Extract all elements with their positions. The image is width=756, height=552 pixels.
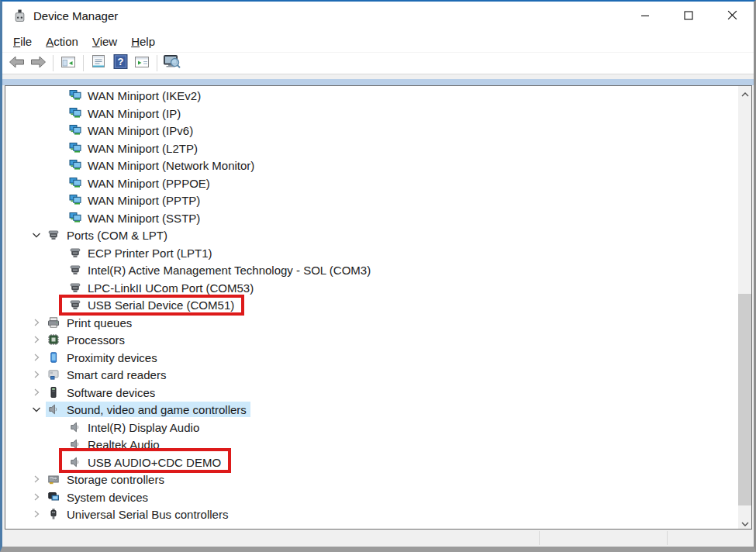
tree-item-proximity-devices[interactable]: Proximity devices (5, 349, 738, 367)
properties-icon (91, 54, 106, 72)
tree-item-wan-miniport-l2tp[interactable]: WAN Miniport (L2TP) (5, 140, 738, 157)
forward-icon (30, 55, 47, 72)
close-button[interactable] (710, 2, 754, 30)
serial-port-icon (69, 247, 81, 259)
chevron-collapsed-icon[interactable] (30, 333, 43, 346)
menu-help[interactable]: Help (124, 35, 162, 48)
proximity-device-icon (47, 351, 60, 364)
back-button[interactable] (5, 53, 27, 73)
speaker-icon (47, 403, 60, 416)
status-bar-divider (539, 531, 540, 545)
chevron-collapsed-icon[interactable] (30, 508, 43, 520)
tree-item-usb-serial-device-com51[interactable]: USB Serial Device (COM51) (5, 296, 738, 314)
scroll-up-icon (741, 86, 749, 100)
tree-item-sound-video-and-game-controllers[interactable]: Sound, video and game controllers (5, 401, 738, 419)
chevron-collapsed-icon[interactable] (30, 316, 43, 329)
tree-item-label: Processors (64, 333, 127, 347)
frame-band-blue (2, 79, 754, 85)
scrollbar-thumb[interactable] (738, 294, 751, 505)
tree-item-wan-miniport-sstp[interactable]: WAN Miniport (SSTP) (5, 209, 738, 227)
help-button[interactable]: ? (109, 53, 131, 73)
tree-item-label: WAN Miniport (IP) (85, 106, 183, 119)
maximize-button[interactable] (667, 2, 710, 30)
tree-item-wan-miniport-pptp[interactable]: WAN Miniport (PPTP) (5, 191, 738, 209)
tree-item-label: WAN Miniport (IKEv2) (85, 89, 203, 102)
tree-item-intel-r-active-management-technology-sol-com3[interactable]: Intel(R) Active Management Technology - … (5, 261, 738, 279)
tree-item-label: Storage controllers (64, 473, 167, 486)
minimize-icon (640, 9, 650, 23)
tree-item-intel-r-display-audio[interactable]: Intel(R) Display Audio (5, 419, 738, 436)
chevron-collapsed-icon[interactable] (30, 368, 43, 381)
network-adapter-icon (69, 194, 81, 206)
tree-item-realtek-audio[interactable]: Realtek Audio (5, 436, 738, 454)
status-bar (2, 530, 754, 547)
tree-item-print-queues[interactable]: Print queues (5, 314, 738, 332)
toolbar-separator (157, 55, 157, 71)
tree-item-wan-miniport-network-monitor[interactable]: WAN Miniport (Network Monitor) (5, 157, 738, 174)
chevron-collapsed-icon[interactable] (30, 351, 43, 364)
printer-icon (47, 316, 60, 329)
speaker-icon (69, 421, 81, 433)
tree-item-system-devices[interactable]: System devices (5, 488, 738, 506)
tree-item-wan-miniport-pppoe[interactable]: WAN Miniport (PPPOE) (5, 174, 738, 192)
tree-item-ecp-printer-port-lpt1[interactable]: ECP Printer Port (LPT1) (5, 244, 738, 262)
tree-item-label: WAN Miniport (Network Monitor) (85, 159, 257, 172)
tree-item-universal-serial-bus-controllers[interactable]: Universal Serial Bus controllers (5, 505, 738, 523)
tree-item-label: Smart card readers (64, 368, 168, 381)
serial-port-icon (47, 229, 60, 241)
tree-item-storage-controllers[interactable]: Storage controllers (5, 471, 738, 488)
device-tree-panel: WAN Miniport (IKEv2)WAN Miniport (IP)WAN… (5, 85, 752, 530)
tree-item-label: WAN Miniport (L2TP) (85, 141, 200, 154)
tree-item-label: WAN Miniport (SSTP) (85, 211, 202, 224)
minimize-button[interactable] (623, 2, 667, 30)
serial-port-icon (69, 298, 81, 311)
title-bar: Device Manager (2, 2, 754, 30)
vertical-scrollbar[interactable] (738, 86, 751, 529)
menu-view[interactable]: View (85, 35, 124, 48)
tree-item-lpc-linkii-ucom-port-com53[interactable]: LPC-LinkII UCom Port (COM53) (5, 279, 738, 297)
hide-console-tree-button[interactable] (57, 53, 79, 73)
action-pane-button[interactable] (131, 53, 153, 73)
scan-hardware-icon (163, 54, 181, 72)
menu-file[interactable]: File (6, 35, 39, 48)
back-icon (9, 55, 25, 72)
chevron-collapsed-icon[interactable] (30, 491, 43, 503)
chevron-expanded-icon[interactable] (30, 229, 43, 241)
maximize-icon (684, 9, 693, 23)
tree-item-label: LPC-LinkII UCom Port (COM53) (85, 281, 256, 294)
chevron-collapsed-icon[interactable] (30, 386, 43, 398)
tree-item-wan-miniport-ikev2[interactable]: WAN Miniport (IKEv2) (5, 87, 738, 105)
status-bar-divider (667, 531, 668, 545)
tree-item-label: Intel(R) Display Audio (85, 420, 202, 433)
scroll-down-button[interactable] (738, 516, 751, 529)
tree-item-label: Sound, video and game controllers (64, 403, 249, 416)
tree-item-software-devices[interactable]: Software devices (5, 384, 738, 402)
tree-item-label: Realtek Audio (85, 438, 162, 451)
network-adapter-icon (69, 212, 81, 224)
chevron-expanded-icon[interactable] (30, 403, 43, 416)
forward-button[interactable] (27, 53, 49, 73)
console-area: WAN Miniport (IKEv2)WAN Miniport (IP)WAN… (2, 85, 754, 530)
network-adapter-icon (69, 107, 81, 119)
tree-item-usb-audio-cdc-demo[interactable]: USB AUDIO+CDC DEMO (5, 454, 738, 471)
tree-item-ports-com-lpt[interactable]: Ports (COM & LPT) (5, 226, 738, 244)
window-title: Device Manager (33, 9, 118, 22)
tree-item-label: Software devices (64, 385, 157, 398)
properties-button[interactable] (88, 53, 109, 73)
tree-item-processors[interactable]: Processors (5, 331, 738, 349)
menu-bar: FileActionViewHelp (2, 30, 754, 52)
scroll-up-button[interactable] (738, 86, 751, 99)
network-adapter-icon (69, 177, 81, 189)
scan-hardware-button[interactable] (161, 53, 183, 73)
storage-controller-icon (47, 473, 60, 485)
tree-item-wan-miniport-ipv6[interactable]: WAN Miniport (IPv6) (5, 122, 738, 140)
tree-item-label: System devices (64, 490, 150, 503)
device-manager-icon (13, 9, 26, 22)
smart-card-icon (47, 368, 60, 381)
menu-action[interactable]: Action (39, 35, 85, 48)
chevron-collapsed-icon[interactable] (30, 473, 43, 485)
tree-item-label: WAN Miniport (PPTP) (85, 194, 202, 207)
tree-item-smart-card-readers[interactable]: Smart card readers (5, 366, 738, 384)
network-adapter-icon (69, 159, 81, 171)
tree-item-wan-miniport-ip[interactable]: WAN Miniport (IP) (5, 105, 738, 122)
